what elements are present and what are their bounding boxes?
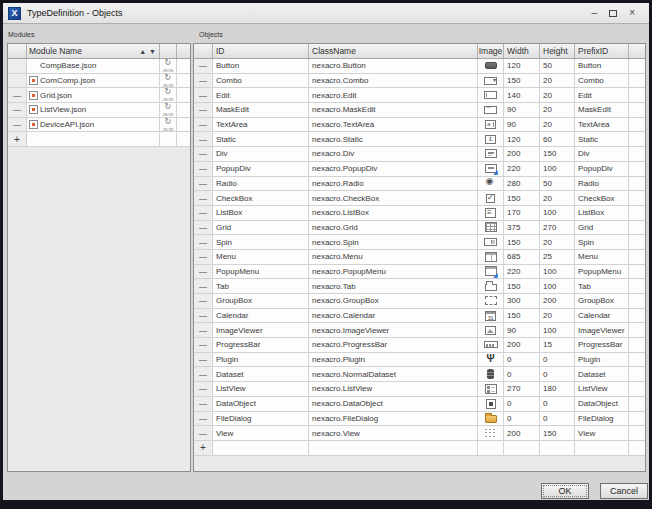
object-id-cell[interactable]: PopupMenu <box>213 265 309 279</box>
object-row-selector[interactable]: — <box>194 338 213 352</box>
object-width-cell[interactable]: 220 <box>504 265 540 279</box>
object-id-cell[interactable]: TextArea <box>213 118 309 132</box>
object-classname-cell[interactable]: nexacro.Div <box>309 147 478 161</box>
object-add-image-cell[interactable] <box>478 441 504 455</box>
object-prefixid-cell[interactable]: Tab <box>575 279 629 293</box>
object-image-cell[interactable] <box>478 353 504 367</box>
module-add-json-cell[interactable] <box>160 132 177 146</box>
object-prefixid-cell[interactable]: Radio <box>575 177 629 191</box>
object-id-cell[interactable]: ProgressBar <box>213 338 309 352</box>
object-row-selector[interactable]: — <box>194 235 213 249</box>
object-row[interactable]: — Button nexacro.Button 120 50 Button <box>194 59 645 74</box>
object-row-selector[interactable]: — <box>194 426 213 440</box>
object-image-cell[interactable] <box>478 206 504 220</box>
object-image-cell[interactable] <box>478 177 504 191</box>
object-classname-cell[interactable]: nexacro.Button <box>309 59 478 73</box>
object-height-cell[interactable]: 270 <box>540 221 575 235</box>
object-prefixid-cell[interactable]: PopupDiv <box>575 162 629 176</box>
object-id-cell[interactable]: ListBox <box>213 206 309 220</box>
object-row[interactable]: — View nexacro.View 200 150 View <box>194 426 645 441</box>
module-row[interactable]: CompBase.json <box>8 59 190 74</box>
module-name-cell[interactable]: CompBase.json <box>27 59 160 73</box>
object-height-cell[interactable]: 0 <box>540 397 575 411</box>
object-row-selector[interactable]: — <box>194 353 213 367</box>
object-width-cell[interactable]: 0 <box>504 353 540 367</box>
object-width-cell[interactable]: 150 <box>504 191 540 205</box>
object-image-cell[interactable] <box>478 162 504 176</box>
object-prefixid-cell[interactable]: Div <box>575 147 629 161</box>
object-width-cell[interactable]: 90 <box>504 118 540 132</box>
object-classname-cell[interactable]: nexacro.PopupMenu <box>309 265 478 279</box>
module-row-selector[interactable] <box>8 74 27 88</box>
object-id-cell[interactable]: FileDialog <box>213 412 309 426</box>
object-prefixid-cell[interactable]: Spin <box>575 235 629 249</box>
object-width-cell[interactable]: 140 <box>504 88 540 102</box>
object-row-selector[interactable]: — <box>194 74 213 88</box>
object-add-classname-cell[interactable] <box>309 441 478 455</box>
object-row-selector[interactable]: — <box>194 309 213 323</box>
add-object-button[interactable]: + <box>194 441 213 455</box>
object-row-selector[interactable]: — <box>194 323 213 337</box>
object-image-cell[interactable] <box>478 382 504 396</box>
object-image-cell[interactable] <box>478 294 504 308</box>
object-row[interactable]: — ProgressBar nexacro.ProgressBar 200 15… <box>194 338 645 353</box>
object-image-cell[interactable] <box>478 147 504 161</box>
object-row[interactable]: — Dataset nexacro.NormalDataset 0 0 Data… <box>194 367 645 382</box>
sort-descending-icon[interactable]: ▼ <box>149 48 156 55</box>
object-width-cell[interactable]: 220 <box>504 162 540 176</box>
object-prefixid-cell[interactable]: ProgressBar <box>575 338 629 352</box>
object-width-cell[interactable]: 300 <box>504 294 540 308</box>
object-row-selector[interactable]: — <box>194 132 213 146</box>
module-add-row[interactable]: + <box>8 132 190 147</box>
module-row[interactable]: — ListView.json <box>8 103 190 118</box>
object-classname-cell[interactable]: nexacro.ImageViewer <box>309 323 478 337</box>
object-row-selector[interactable]: — <box>194 118 213 132</box>
object-prefixid-cell[interactable]: ImageViewer <box>575 323 629 337</box>
object-classname-cell[interactable]: nexacro.Tab <box>309 279 478 293</box>
object-classname-cell[interactable]: nexacro.NormalDataset <box>309 367 478 381</box>
object-classname-cell[interactable]: nexacro.Grid <box>309 221 478 235</box>
object-image-cell[interactable] <box>478 250 504 264</box>
object-classname-cell[interactable]: nexacro.ListBox <box>309 206 478 220</box>
object-width-cell[interactable]: 0 <box>504 412 540 426</box>
object-classname-cell[interactable]: nexacro.Radio <box>309 177 478 191</box>
object-row[interactable]: — FileDialog nexacro.FileDialog 0 0 File… <box>194 412 645 427</box>
object-prefixid-cell[interactable]: ListView <box>575 382 629 396</box>
object-row[interactable]: — ListBox nexacro.ListBox 170 100 ListBo… <box>194 206 645 221</box>
object-row[interactable]: — PopupDiv nexacro.PopupDiv 220 100 Popu… <box>194 162 645 177</box>
object-add-height-cell[interactable] <box>540 441 575 455</box>
modules-selector-header[interactable] <box>8 44 27 58</box>
object-classname-cell[interactable]: nexacro.Edit <box>309 88 478 102</box>
object-image-cell[interactable] <box>478 103 504 117</box>
object-height-cell[interactable]: 150 <box>540 426 575 440</box>
object-row-selector[interactable]: — <box>194 103 213 117</box>
object-row-selector[interactable]: — <box>194 265 213 279</box>
object-classname-cell[interactable]: nexacro.FileDialog <box>309 412 478 426</box>
object-row-selector[interactable]: — <box>194 382 213 396</box>
titlebar[interactable]: TypeDefinition - Objects – × <box>3 3 649 24</box>
object-prefixid-cell[interactable]: Dataset <box>575 367 629 381</box>
object-image-cell[interactable] <box>478 397 504 411</box>
object-add-id-cell[interactable] <box>213 441 309 455</box>
object-classname-cell[interactable]: nexacro.PopupDiv <box>309 162 478 176</box>
object-id-cell[interactable]: Calendar <box>213 309 309 323</box>
object-add-prefixid-cell[interactable] <box>575 441 629 455</box>
object-width-cell[interactable]: 150 <box>504 235 540 249</box>
object-height-cell[interactable]: 20 <box>540 118 575 132</box>
object-id-cell[interactable]: PopupDiv <box>213 162 309 176</box>
object-prefixid-cell[interactable]: Plugin <box>575 353 629 367</box>
object-classname-cell[interactable]: nexacro.ProgressBar <box>309 338 478 352</box>
object-id-cell[interactable]: Menu <box>213 250 309 264</box>
object-classname-cell[interactable]: nexacro.Calendar <box>309 309 478 323</box>
object-add-row[interactable]: + <box>194 441 645 456</box>
object-width-cell[interactable]: 280 <box>504 177 540 191</box>
object-classname-cell[interactable]: nexacro.MaskEdit <box>309 103 478 117</box>
object-classname-cell[interactable]: nexacro.Plugin <box>309 353 478 367</box>
object-height-cell[interactable]: 100 <box>540 206 575 220</box>
object-row-selector[interactable]: — <box>194 294 213 308</box>
objects-prefixid-header[interactable]: PrefixID <box>575 44 629 58</box>
object-height-cell[interactable]: 15 <box>540 338 575 352</box>
modules-name-header[interactable]: Module Name ▲ ▼ <box>27 44 160 58</box>
object-image-cell[interactable] <box>478 74 504 88</box>
object-classname-cell[interactable]: nexacro.Menu <box>309 250 478 264</box>
